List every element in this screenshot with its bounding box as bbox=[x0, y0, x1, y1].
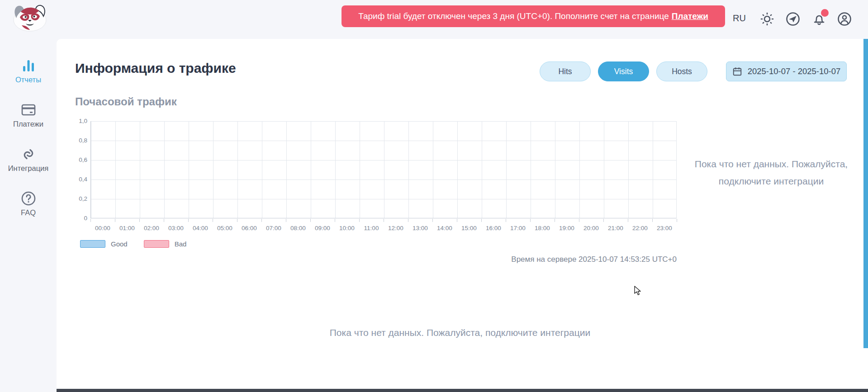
notification-badge bbox=[821, 9, 829, 17]
toggle-button-hits[interactable]: Hits bbox=[540, 61, 591, 81]
metric-toggle-group: HitsVisitsHosts bbox=[540, 61, 707, 81]
no-data-message-bottom: Пока что нет данных. Пожалуйста, подключ… bbox=[57, 327, 863, 338]
sidebar-item-payments[interactable]: Платежи bbox=[0, 101, 57, 128]
profile-icon[interactable] bbox=[836, 11, 853, 27]
x-tick-label: 21:00 bbox=[603, 225, 628, 231]
legend-label: Bad bbox=[175, 240, 187, 248]
y-tick-label: 0 bbox=[65, 215, 87, 222]
y-tick-label: 0,6 bbox=[65, 156, 87, 163]
y-tick-label: 1,0 bbox=[65, 118, 87, 124]
x-tick-label: 06:00 bbox=[237, 225, 261, 231]
x-tick-label: 08:00 bbox=[286, 225, 310, 231]
no-data-message-side: Пока что нет данных. Пожалуйста, подключ… bbox=[690, 156, 853, 190]
main-content: Информация о трафике HitsVisitsHosts 202… bbox=[57, 39, 863, 392]
legend-swatch bbox=[80, 240, 105, 248]
calendar-icon bbox=[732, 66, 742, 76]
banner-payments-link[interactable]: Платежи bbox=[672, 11, 708, 21]
vertical-scrollbar-thumb[interactable] bbox=[863, 39, 868, 348]
y-tick-label: 0,2 bbox=[65, 195, 87, 202]
credit-card-icon bbox=[20, 101, 37, 118]
x-tick-label: 17:00 bbox=[506, 225, 530, 231]
sidebar-nav: ОтчетыПлатежиИнтеграцияFAQ bbox=[0, 39, 57, 392]
topbar: Тариф trial будет отключен через 3 дня (… bbox=[0, 0, 868, 39]
x-tick-label: 09:00 bbox=[310, 225, 335, 231]
x-tick-label: 01:00 bbox=[115, 225, 139, 231]
toggle-button-hosts[interactable]: Hosts bbox=[656, 61, 707, 81]
x-tick-label: 19:00 bbox=[555, 225, 579, 231]
bar-chart-icon bbox=[20, 57, 37, 74]
horizontal-scrollbar[interactable] bbox=[57, 389, 868, 392]
x-tick-label: 14:00 bbox=[432, 225, 457, 231]
x-tick-label: 03:00 bbox=[164, 225, 188, 231]
y-tick-label: 0,4 bbox=[65, 176, 87, 183]
chart-plot-area bbox=[90, 121, 677, 218]
language-switcher[interactable]: RU bbox=[733, 13, 754, 24]
sidebar-item-reports[interactable]: Отчеты bbox=[0, 57, 57, 84]
x-tick-label: 20:00 bbox=[579, 225, 603, 231]
x-tick-label: 05:00 bbox=[213, 225, 237, 231]
theme-sun-icon[interactable] bbox=[759, 11, 775, 27]
y-tick-label: 0,8 bbox=[65, 137, 87, 144]
chart-y-axis: 1,00,80,60,40,20 bbox=[65, 121, 87, 218]
trial-warning-banner: Тариф trial будет отключен через 3 дня (… bbox=[342, 5, 725, 27]
x-tick-label: 02:00 bbox=[139, 225, 164, 231]
toggle-button-visits[interactable]: Visits bbox=[598, 61, 649, 81]
date-range-picker[interactable]: 2025-10-07 - 2025-10-07 bbox=[726, 61, 847, 81]
sidebar-item-label: FAQ bbox=[21, 208, 36, 217]
sidebar-item-label: Платежи bbox=[13, 120, 43, 128]
telegram-icon[interactable] bbox=[785, 11, 801, 27]
legend-label: Good bbox=[111, 240, 128, 248]
x-tick-label: 04:00 bbox=[188, 225, 213, 231]
sidebar-item-label: Интеграция bbox=[8, 164, 49, 173]
legend-item-good[interactable]: Good bbox=[80, 240, 128, 248]
chart-x-axis: 00:0001:0002:0003:0004:0005:0006:0007:00… bbox=[90, 225, 677, 231]
x-tick-label: 23:00 bbox=[652, 225, 677, 231]
sidebar-item-integration[interactable]: Интеграция bbox=[0, 146, 57, 173]
x-tick-label: 11:00 bbox=[359, 225, 384, 231]
legend-swatch bbox=[144, 240, 169, 248]
x-tick-label: 10:00 bbox=[335, 225, 359, 231]
notifications-bell-icon[interactable] bbox=[811, 11, 827, 27]
x-tick-label: 15:00 bbox=[457, 225, 481, 231]
x-tick-label: 13:00 bbox=[408, 225, 432, 231]
question-icon bbox=[20, 190, 37, 207]
sidebar-item-faq[interactable]: FAQ bbox=[0, 190, 57, 217]
date-range-value: 2025-10-07 - 2025-10-07 bbox=[748, 66, 841, 76]
legend-item-bad[interactable]: Bad bbox=[144, 240, 187, 248]
x-tick-label: 00:00 bbox=[90, 225, 115, 231]
link-icon bbox=[20, 146, 37, 163]
x-tick-label: 16:00 bbox=[481, 225, 506, 231]
x-tick-label: 12:00 bbox=[384, 225, 408, 231]
x-tick-label: 07:00 bbox=[261, 225, 286, 231]
server-time: Время на сервере 2025-10-07 14:53:25 UTC… bbox=[405, 255, 677, 264]
chart-legend: GoodBad bbox=[80, 240, 196, 248]
page-title: Информация о трафике bbox=[75, 61, 236, 76]
sidebar-item-label: Отчеты bbox=[15, 76, 41, 84]
raccoon-logo[interactable] bbox=[11, 3, 49, 33]
x-tick-label: 18:00 bbox=[530, 225, 555, 231]
banner-text: Тариф trial будет отключен через 3 дня (… bbox=[358, 11, 669, 21]
chart-x-ticks bbox=[90, 219, 677, 222]
x-tick-label: 22:00 bbox=[628, 225, 652, 231]
chart-section-title: Почасовой трафик bbox=[75, 95, 177, 108]
